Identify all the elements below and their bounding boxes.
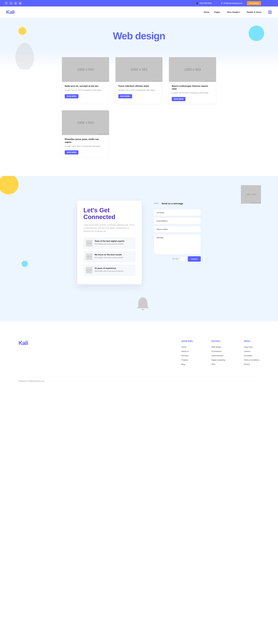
main-header: Kali Home Pages⌄ Hero headers⌄ Header & … — [0, 6, 278, 18]
hamburger-icon[interactable] — [268, 11, 272, 14]
contact-form: Send us a message Full Name Email Addres… — [154, 200, 201, 284]
feature-icon: 40 x 40 — [86, 240, 92, 246]
get-started-button[interactable]: Get started — [247, 1, 261, 5]
post-thumbnail[interactable]: 1000 x 563 — [62, 110, 109, 135]
message-field[interactable]: Message — [154, 234, 201, 254]
footer-col-title: Quick links — [182, 340, 193, 342]
post-card: 1000 x 563 Fusce interdum ultricies dolo… — [115, 57, 163, 104]
form-title: Send us a message — [162, 202, 183, 205]
main-nav: Home Pages⌄ Hero headers⌄ Header & menu⌄ — [204, 11, 272, 14]
footer-col-quick: Quick links Home About us Services Proje… — [182, 340, 193, 368]
captcha-input[interactable] — [180, 256, 186, 261]
decor-circle-yellow-big — [0, 176, 19, 194]
connected-card: Let's Get Connected Lorem ipsum dolor si… — [77, 200, 142, 284]
footer-link[interactable]: Home — [182, 346, 193, 348]
footer-link[interactable]: Services — [182, 354, 193, 357]
read-more-button[interactable]: READ MORE — [172, 97, 186, 101]
post-title[interactable]: Nulla arcu mi, suscipit ut dui nec — [65, 85, 106, 88]
side-placeholder-image: 200 x 191 — [241, 185, 261, 204]
page-title: Web design — [0, 30, 278, 42]
email-link[interactable]: ✉info@mycompany.com — [221, 2, 242, 4]
phone-text: +815.555.5555 — [199, 2, 212, 4]
post-title[interactable]: Mauris scelerisque rhoncus mauris vitae — [172, 85, 213, 90]
chevron-down-icon: ⌄ — [262, 12, 263, 13]
read-more-button[interactable]: READ MORE — [65, 150, 78, 154]
footer-link[interactable]: Terms & conditions — [244, 359, 259, 361]
read-more-button[interactable]: READ MORE — [65, 94, 78, 98]
footer-link[interactable]: Careers — [244, 350, 259, 352]
nav-hero-headers[interactable]: Hero headers⌄ — [227, 11, 242, 13]
footer-logo[interactable]: Kali — [19, 340, 163, 368]
posts-grid: 1000 x 563 Nulla arcu mi, suscipit ut du… — [46, 57, 232, 158]
post-meta: by admin | Oct 8, 2022 | Uncategorized, … — [65, 145, 106, 148]
feature-icon: 40 x 40 — [86, 254, 92, 260]
rocket-icon — [9, 41, 40, 70]
footer-link[interactable]: Privacy — [244, 363, 259, 366]
post-meta: by admin | Oct 21, 2022 | Uncategorized,… — [65, 89, 106, 92]
phone-field[interactable]: Phone number — [154, 226, 201, 232]
heading-line — [154, 203, 159, 204]
footer-link[interactable]: Web design — [211, 346, 225, 348]
facebook-icon[interactable]: f — [5, 2, 8, 5]
feature-title: We focus on the best results — [94, 254, 124, 256]
post-thumbnail[interactable]: 1000 x 563 — [169, 57, 216, 82]
footer-link[interactable]: Innovation — [244, 354, 259, 357]
captcha-label: 6 + 9 = — [173, 258, 178, 260]
nav-pages[interactable]: Pages⌄ — [214, 11, 222, 13]
connected-intro: Lorem ipsum dolor sit amet, consectetur … — [83, 224, 135, 233]
phone-link[interactable]: 📱+815.555.5555 — [196, 2, 212, 4]
nav-home[interactable]: Home — [204, 11, 209, 13]
chevron-down-icon: ⌄ — [240, 12, 242, 13]
post-meta: by admin | Oct 21, 2022 | Uncategorized,… — [118, 89, 160, 92]
submit-button[interactable]: Submit — [188, 256, 201, 262]
youtube-icon[interactable]: ▶ — [19, 2, 22, 5]
site-logo[interactable]: Kali — [6, 9, 15, 15]
feature-text: Sed fringilla nulla id ante pulvinar pha… — [94, 243, 124, 245]
footer-link[interactable]: SEO — [211, 363, 225, 366]
footer: Kali Quick links Home About us Services … — [0, 321, 278, 388]
post-meta: by admin | Oct 21, 2022 | Uncategorized,… — [172, 92, 213, 94]
footer-link[interactable]: Projects — [182, 359, 193, 361]
connected-heading: Let's Get Connected — [83, 207, 135, 220]
decor-circle-cyan-small — [22, 261, 28, 267]
footer-link[interactable]: About us — [182, 350, 193, 352]
divider — [216, 2, 216, 4]
footer-col-title: About — [244, 340, 259, 342]
feature-title: Team of the best digital experts — [94, 240, 124, 242]
footer-link[interactable]: About Kavi — [244, 346, 259, 348]
email-field[interactable]: Email Address — [154, 218, 201, 224]
footer-link[interactable]: eCommerce — [211, 350, 225, 352]
feature-item: 40 x 40 We focus on the best resultsSed … — [83, 251, 135, 262]
post-title[interactable]: Phasellus purus justo, mollis nec sapien — [65, 138, 106, 144]
email-text: info@mycompany.com — [223, 2, 242, 4]
footer-col-services: Services Web design eCommerce Advertisem… — [211, 340, 225, 368]
footer-link[interactable]: Blog — [182, 363, 193, 366]
footer-col-about: About About Kavi Careers Innovation Term… — [244, 340, 259, 368]
feature-title: 15 years of experience — [94, 267, 124, 269]
footer-credit: Designed by MarkHendriksen.com — [19, 377, 259, 382]
phone-icon: 📱 — [196, 2, 198, 4]
instagram-icon[interactable]: ◎ — [14, 2, 17, 5]
post-card: 1000 x 563 Mauris scelerisque rhoncus ma… — [169, 57, 216, 104]
feature-item: 40 x 40 15 years of experienceSed fringi… — [83, 264, 135, 276]
post-thumbnail[interactable]: 1000 x 563 — [115, 57, 163, 82]
footer-col-title: Services — [211, 340, 225, 342]
read-more-button[interactable]: READ MORE — [118, 94, 132, 98]
feature-text: Sed fringilla nulla id ante pulvinar pha… — [94, 270, 124, 272]
post-thumbnail[interactable]: 1000 x 563 — [62, 57, 109, 82]
name-field[interactable]: Full Name — [154, 209, 201, 216]
top-bar: f t ◎ ▶ 📱+815.555.5555 ✉info@mycompany.c… — [0, 0, 278, 6]
feature-text: Sed fringilla nulla id ante pulvinar pha… — [94, 256, 124, 259]
decor-circle-cyan — [249, 26, 264, 41]
bell-icon — [134, 295, 151, 312]
post-title[interactable]: Fusce interdum ultricies dolor — [118, 85, 160, 88]
post-card: 1000 x 563 Phasellus purus justo, mollis… — [62, 110, 109, 157]
nav-header-menu[interactable]: Header & menu⌄ — [247, 11, 263, 13]
social-icons: f t ◎ ▶ — [5, 2, 22, 5]
chevron-down-icon: ⌄ — [221, 12, 222, 13]
mail-icon: ✉ — [221, 2, 223, 4]
twitter-icon[interactable]: t — [9, 2, 13, 5]
footer-link[interactable]: Advertisement — [211, 354, 225, 357]
footer-link[interactable]: Digital marketing — [211, 359, 225, 361]
connected-section: 200 x 191 Let's Get Connected Lorem ipsu… — [0, 176, 278, 321]
